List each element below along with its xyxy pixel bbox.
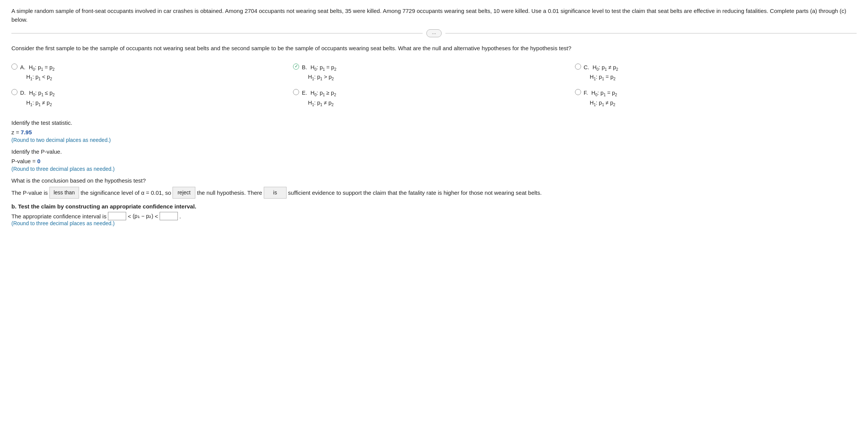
option-a-cell[interactable]: A. H0: p1 = p2 H1: p1 < p2 [11, 60, 293, 86]
z-value: 7.95 [21, 129, 32, 135]
option-a-content: A. H0: p1 = p2 H1: p1 < p2 [20, 63, 55, 83]
option-f-content: F. H0: p1 = p2 H1: p1 ≠ p2 [584, 88, 617, 108]
confidence-period: . [179, 213, 181, 220]
conclusion-dropdown-2[interactable]: reject [173, 187, 195, 199]
p-value-line: P-value = 0 [11, 158, 857, 164]
divider-line-left [11, 33, 423, 33]
confidence-upper-input[interactable] [160, 212, 178, 220]
z-prefix: z = [11, 129, 21, 135]
p-value-label: Identify the P-value. [11, 148, 857, 155]
intro-text: A simple random sample of front-seat occ… [11, 7, 857, 24]
conclusion-prefix: The P-value is [11, 188, 48, 198]
divider-line-right [445, 33, 857, 33]
confidence-lt1: < [128, 213, 131, 220]
option-f-cell[interactable]: F. H0: p1 = p2 H1: p1 ≠ p2 [575, 85, 857, 111]
option-c-label: C. H0: p1 ≠ p2 [584, 63, 618, 73]
z-value-line: z = 7.95 [11, 129, 857, 135]
option-b-label: B. H0: p1 = p2 [302, 63, 336, 73]
option-d-radio[interactable] [11, 89, 17, 95]
option-d-cell[interactable]: D. H0: p1 ≤ p2 H1: p1 ≠ p2 [11, 85, 293, 111]
option-b-content: B. H0: p1 = p2 H1: p1 > p2 [302, 63, 336, 83]
option-f-radio[interactable] [575, 89, 581, 95]
confidence-hint: (Round to three decimal places as needed… [11, 220, 857, 226]
option-e-content: E. H0: p1 ≥ p2 H1: p1 ≠ p2 [302, 88, 336, 108]
option-f-label: F. H0: p1 = p2 [584, 88, 617, 98]
p-value-prefix: P-value = [11, 158, 37, 164]
options-grid: A. H0: p1 = p2 H1: p1 < p2 B. H0: p1 = p… [11, 60, 857, 111]
option-a-label: A. H0: p1 = p2 [20, 63, 55, 73]
confidence-prefix: The appropriate confidence interval is [11, 213, 106, 220]
conclusion-row: The P-value is less than the significanc… [11, 187, 857, 199]
option-e-radio[interactable] [293, 89, 299, 95]
p-value-answer: 0 [37, 158, 40, 164]
conclusion-suffix: sufficient evidence to support the claim… [288, 188, 542, 198]
option-e-cell[interactable]: E. H0: p1 ≥ p2 H1: p1 ≠ p2 [293, 85, 575, 111]
option-b-cell[interactable]: B. H0: p1 = p2 H1: p1 > p2 [293, 60, 575, 86]
divider-row: ··· [11, 29, 857, 37]
conclusion-middle2: the null hypothesis. There [197, 188, 262, 198]
option-b-radio[interactable] [293, 64, 299, 70]
confidence-lower-input[interactable] [108, 212, 126, 220]
option-c-cell[interactable]: C. H0: p1 ≠ p2 H1: p1 = p2 [575, 60, 857, 86]
option-c-radio[interactable] [575, 64, 581, 70]
test-statistic-label: Identify the test statistic. [11, 119, 857, 126]
option-c-content: C. H0: p1 ≠ p2 H1: p1 = p2 [584, 63, 618, 83]
p-value-hint: (Round to three decimal places as needed… [11, 166, 857, 172]
conclusion-dropdown-3[interactable]: is [264, 187, 287, 199]
part-b-label: b. Test the claim by constructing an app… [11, 203, 857, 210]
confidence-lt2: < [155, 213, 158, 220]
z-hint: (Round to two decimal places as needed.) [11, 137, 857, 143]
conclusion-middle1: the significance level of α = 0.01, so [81, 188, 171, 198]
part-a-question: Consider the first sample to be the samp… [11, 44, 857, 53]
option-a-radio[interactable] [11, 64, 17, 70]
divider-button[interactable]: ··· [426, 29, 442, 37]
option-e-label: E. H0: p1 ≥ p2 [302, 88, 336, 98]
confidence-formula: (p₁ − p₂) [133, 213, 153, 219]
conclusion-question: What is the conclusion based on the hypo… [11, 177, 857, 184]
option-d-content: D. H0: p1 ≤ p2 H1: p1 ≠ p2 [20, 88, 55, 108]
conclusion-dropdown-1[interactable]: less than [49, 187, 79, 199]
confidence-interval-row: The appropriate confidence interval is <… [11, 212, 857, 220]
option-d-label: D. H0: p1 ≤ p2 [20, 88, 55, 98]
